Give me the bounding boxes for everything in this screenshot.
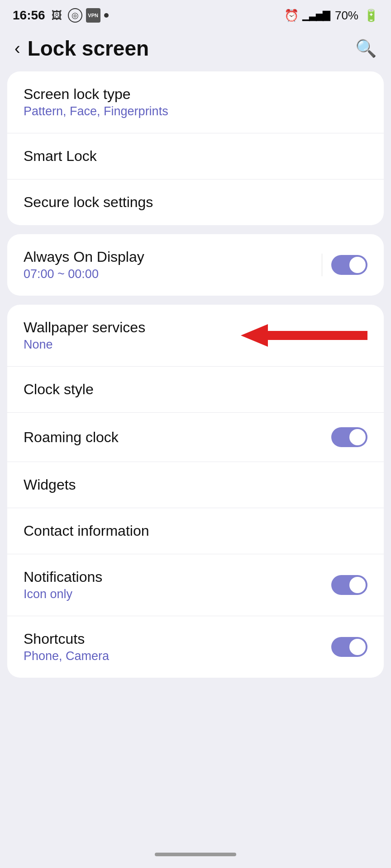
- setting-item-clock-style[interactable]: Clock style: [7, 367, 384, 413]
- smart-lock-title: Smart Lock: [24, 148, 97, 165]
- shortcuts-toggle[interactable]: [331, 637, 367, 657]
- photo-icon: 🖼: [50, 8, 64, 23]
- clock-style-title: Clock style: [24, 381, 94, 398]
- bottom-pill: [155, 853, 236, 856]
- bottom-nav-bar: [0, 841, 391, 868]
- status-right-icons: ⏰ ▁▃▅▇: [284, 9, 329, 23]
- always-on-display-card: Always On Display 07:00 ~ 00:00: [7, 234, 384, 296]
- main-settings-card: Wallpaper services None Clock style Roam…: [7, 305, 384, 678]
- widgets-title: Widgets: [24, 476, 76, 493]
- search-button[interactable]: 🔍: [355, 38, 377, 58]
- setting-item-shortcuts[interactable]: Shortcuts Phone, Camera: [7, 616, 384, 678]
- notifications-toggle[interactable]: [331, 575, 367, 595]
- signal-icon: ▁▃▅▇: [302, 9, 329, 21]
- lock-settings-card: Screen lock type Pattern, Face, Fingerpr…: [7, 71, 384, 225]
- shortcuts-toggle-knob: [349, 639, 366, 655]
- instagram-icon: ◎: [68, 8, 82, 23]
- setting-item-contact-info[interactable]: Contact information: [7, 508, 384, 554]
- time-display: 16:56: [13, 8, 45, 23]
- setting-item-always-on[interactable]: Always On Display 07:00 ~ 00:00: [7, 234, 384, 296]
- battery-display: 70%: [335, 9, 358, 23]
- svg-marker-0: [241, 324, 367, 347]
- vpn-icon: VPN: [86, 8, 100, 23]
- alarm-icon: ⏰: [284, 9, 299, 23]
- shortcuts-subtitle: Phone, Camera: [24, 649, 109, 663]
- setting-item-smart-lock[interactable]: Smart Lock: [7, 133, 384, 179]
- setting-item-notifications[interactable]: Notifications Icon only: [7, 554, 384, 616]
- red-arrow-annotation: [241, 322, 367, 349]
- notifications-title: Notifications: [24, 569, 102, 585]
- header-left: ‹ Lock screen: [14, 36, 149, 61]
- toggle-separator: [322, 254, 322, 276]
- contact-info-title: Contact information: [24, 523, 149, 539]
- wallpaper-services-subtitle: None: [24, 338, 145, 352]
- roaming-toggle-knob: [349, 429, 366, 445]
- always-on-title: Always On Display: [24, 249, 144, 265]
- status-bar: 16:56 🖼 ◎ VPN ⏰ ▁▃▅▇ 70% 🔋: [0, 0, 391, 27]
- notifications-subtitle: Icon only: [24, 587, 102, 601]
- page-title: Lock screen: [28, 36, 149, 61]
- roaming-clock-title: Roaming clock: [24, 429, 119, 446]
- screen-lock-type-subtitle: Pattern, Face, Fingerprints: [24, 104, 168, 118]
- battery-icon: 🔋: [364, 9, 378, 23]
- setting-item-screen-lock-type[interactable]: Screen lock type Pattern, Face, Fingerpr…: [7, 71, 384, 133]
- status-right: ⏰ ▁▃▅▇ 70% 🔋: [284, 9, 378, 23]
- roaming-clock-toggle[interactable]: [331, 427, 367, 447]
- shortcuts-title: Shortcuts: [24, 631, 109, 647]
- back-button[interactable]: ‹: [14, 40, 20, 57]
- status-icons: 🖼 ◎ VPN: [50, 8, 109, 23]
- notifications-toggle-knob: [349, 577, 366, 593]
- toggle-knob: [349, 257, 366, 273]
- screen-lock-type-title: Screen lock type: [24, 86, 168, 103]
- setting-item-wallpaper-services[interactable]: Wallpaper services None: [7, 305, 384, 367]
- setting-item-secure-lock[interactable]: Secure lock settings: [7, 179, 384, 225]
- setting-item-roaming-clock[interactable]: Roaming clock: [7, 413, 384, 462]
- always-on-toggle[interactable]: [331, 255, 367, 275]
- status-left: 16:56 🖼 ◎ VPN: [13, 8, 109, 23]
- secure-lock-title: Secure lock settings: [24, 194, 153, 211]
- notification-dot: [104, 13, 109, 18]
- always-on-subtitle: 07:00 ~ 00:00: [24, 267, 144, 281]
- wallpaper-services-title: Wallpaper services: [24, 319, 145, 336]
- page-header: ‹ Lock screen 🔍: [0, 27, 391, 71]
- setting-item-widgets[interactable]: Widgets: [7, 462, 384, 508]
